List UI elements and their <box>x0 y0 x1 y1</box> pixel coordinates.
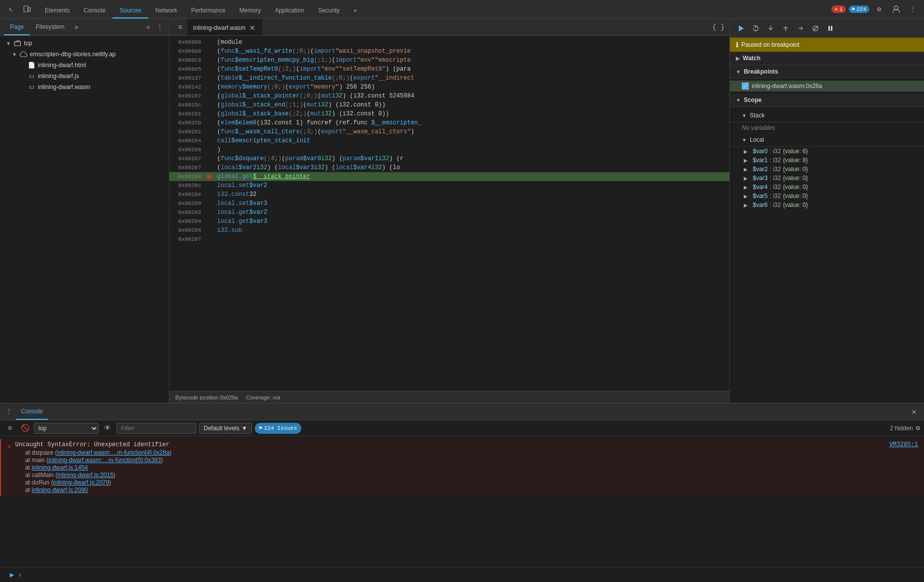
tab-filesystem[interactable]: Filesystem <box>30 19 70 35</box>
profile-icon[interactable] <box>889 2 903 16</box>
tab-more[interactable]: » <box>346 3 364 18</box>
pause-button[interactable] <box>823 21 837 35</box>
step-out-button[interactable] <box>779 21 793 35</box>
bp-area-3[interactable] <box>205 65 213 74</box>
console-error-source-link[interactable]: VM3285:1 <box>889 441 918 448</box>
tab-memory[interactable]: Memory <box>232 3 268 18</box>
var-item-1[interactable]: ▶ $var1 : i32 {value: 8} <box>730 156 924 165</box>
console-settings-icon[interactable]: ⚙ <box>916 424 920 432</box>
pretty-print-icon[interactable]: { } <box>711 20 725 34</box>
step-button[interactable] <box>794 21 808 35</box>
bp-area-16[interactable] <box>205 181 213 190</box>
bp-area-9[interactable] <box>205 118 213 127</box>
tab-security[interactable]: Security <box>311 3 346 18</box>
stack-link-1[interactable]: inlining-dwarf.wasm:…m-function[5]:0x383 <box>48 457 161 464</box>
var-item-2[interactable]: ▶ $var2 : i32 {value: 0} <box>730 165 924 174</box>
stack-link-5[interactable]: inlining-dwarf.js:2090 <box>32 486 88 493</box>
bp-area-17[interactable] <box>205 190 213 199</box>
bp-area-1[interactable] <box>205 47 213 56</box>
deactivate-button[interactable] <box>808 21 822 35</box>
bp-area-11[interactable] <box>205 136 213 145</box>
bp-area-13[interactable] <box>205 154 213 163</box>
device-icon[interactable] <box>20 2 34 16</box>
stack-link-3[interactable]: inlining-dwarf.js:2015 <box>57 472 114 479</box>
tab-elements[interactable]: Elements <box>38 3 77 18</box>
resume-button[interactable] <box>734 21 748 35</box>
step-into-button[interactable] <box>764 21 778 35</box>
local-subsection-header[interactable]: ▼ Local <box>730 133 924 147</box>
bp-area-12[interactable] <box>205 145 213 154</box>
close-tab-icon[interactable]: ✕ <box>248 24 256 32</box>
var-item-5[interactable]: ▶ $var5 : i32 {value: 0} <box>730 192 924 200</box>
var-item-0[interactable]: ▶ $var0 : i32 {value: 6} <box>730 147 924 156</box>
code-text-12: ) <box>213 145 729 154</box>
tree-item-html[interactable]: 📄 inlining-dwarf.html <box>0 60 169 71</box>
breakpoint-item-0[interactable]: ✓ inlining-dwarf.wasm:0x28a <box>730 81 924 92</box>
bp-area-2[interactable] <box>205 56 213 65</box>
context-select[interactable]: top <box>34 423 99 434</box>
stack-link-2[interactable]: inlining-dwarf.js:1454 <box>32 464 88 471</box>
bp-area-5[interactable] <box>205 83 213 92</box>
bp-area-18[interactable] <box>205 199 213 208</box>
bp-area-6[interactable] <box>205 92 213 100</box>
console-tab-label[interactable]: Console <box>16 403 48 420</box>
bp-area-21[interactable] <box>205 226 213 235</box>
tree-item-top[interactable]: ▼ top <box>0 38 169 49</box>
stack-subsection-header[interactable]: ▼ Stack <box>730 109 924 122</box>
watch-section-header[interactable]: ▶ Watch <box>730 52 924 65</box>
code-editor[interactable]: 0x00000 (module 0x000a6 (func $__wasi_fd… <box>169 36 729 391</box>
console-run-icon[interactable]: ▶ <box>6 569 18 581</box>
settings-icon[interactable]: ⚙ <box>872 2 886 16</box>
console-menu-icon[interactable]: ⋮ <box>4 407 14 417</box>
code-line-6: 0x00157 (global $__stack_pointer (;0;) (… <box>169 92 729 100</box>
code-line-22: 0x00297 <box>169 235 729 244</box>
tab-page[interactable]: Page <box>4 19 30 35</box>
cursor-icon[interactable]: ↖ <box>4 2 18 16</box>
stack-link-0[interactable]: inlining-dwarf.wasm:…m-function[4]:0x28a <box>57 449 169 456</box>
bp-area-19[interactable] <box>205 208 213 217</box>
bp-area-14[interactable] <box>205 163 213 172</box>
tab-application[interactable]: Application <box>268 3 311 18</box>
stack-link-4[interactable]: inlining-dwarf.js:2079 <box>53 479 109 486</box>
tree-item-domain[interactable]: ▼ emscripten-dbg-stories.netlify.ap <box>0 49 169 60</box>
more-icon[interactable]: ⋮ <box>906 2 920 16</box>
bp-area-15[interactable] <box>205 172 213 181</box>
bp-checkbox-0[interactable]: ✓ <box>742 83 749 90</box>
breakpoints-section-header[interactable]: ▼ Breakpoints <box>730 65 924 79</box>
tree-item-js[interactable]: ▭ inlining-dwarf.js <box>0 71 169 82</box>
panel-more-icon[interactable]: ⋮ <box>155 22 165 32</box>
console-issues-badge[interactable]: ⚑ 224 Issues <box>255 423 301 434</box>
console-clear-button[interactable]: ⊘ <box>4 422 16 434</box>
var-type-6: : i32 <box>770 201 781 208</box>
sync-icon[interactable]: ↺ <box>143 22 153 32</box>
source-file-tab[interactable]: inlining-dwarf.wasm ✕ <box>187 19 262 35</box>
step-over-button[interactable] <box>749 21 763 35</box>
console-filter-icon[interactable]: 🚫 <box>19 422 31 434</box>
error-badge[interactable]: ✕ 1 <box>831 5 845 13</box>
var-item-4[interactable]: ▶ $var4 : i32 {value: 0} <box>730 183 924 192</box>
console-levels-button[interactable]: Default levels ▼ <box>199 423 252 434</box>
bp-area-20[interactable] <box>205 217 213 226</box>
tab-performance[interactable]: Performance <box>184 3 232 18</box>
panel-tab-more[interactable]: » <box>72 22 80 32</box>
code-text-9: (elem $elem0 (i32.const 1) funcref (ref.… <box>213 118 729 127</box>
tree-item-wasm[interactable]: ▭ inlining-dwarf.wasm <box>0 82 169 93</box>
tab-console[interactable]: Console <box>77 3 113 18</box>
bp-area-7[interactable] <box>205 100 213 109</box>
var-item-6[interactable]: ▶ $var6 : i32 {value: 0} <box>730 200 924 209</box>
console-filter-input[interactable] <box>116 423 196 434</box>
tab-network[interactable]: Network <box>148 3 184 18</box>
var-item-3[interactable]: ▶ $var3 : i32 {value: 0} <box>730 174 924 183</box>
issues-badge-toolbar[interactable]: ⚑ 224 <box>849 5 869 13</box>
tab-sources[interactable]: Sources <box>113 3 148 18</box>
bp-area-10[interactable] <box>205 127 213 136</box>
bp-area-0[interactable] <box>205 38 213 47</box>
bp-area-8[interactable] <box>205 109 213 118</box>
console-eye-icon[interactable]: 👁 <box>102 422 114 434</box>
bp-area-22[interactable] <box>205 235 213 244</box>
source-back-icon[interactable]: ≡ <box>173 20 187 34</box>
console-close-button[interactable]: ✕ <box>908 406 920 418</box>
scope-section-header[interactable]: ▼ Scope <box>730 94 924 107</box>
console-input[interactable] <box>26 572 918 579</box>
bp-area-4[interactable] <box>205 74 213 83</box>
